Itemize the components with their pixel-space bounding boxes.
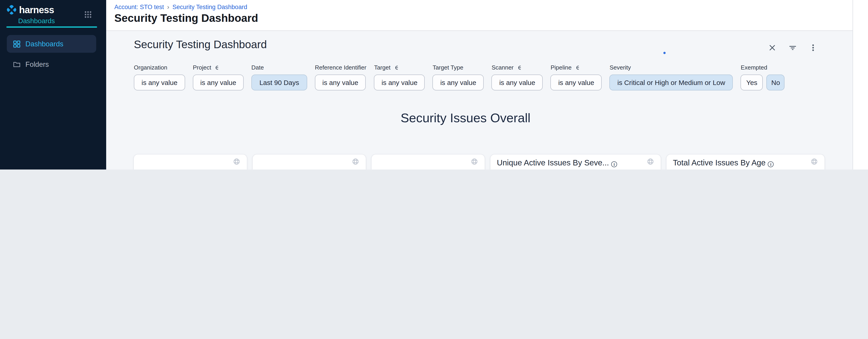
info-icon[interactable]: i [768, 161, 774, 167]
folder-icon [13, 61, 21, 68]
filter-value[interactable]: Last 90 Days [251, 75, 307, 90]
brand-wordmark: harness [19, 4, 54, 15]
page-title: Security Testing Dashboard [114, 12, 258, 25]
globe-icon[interactable] [471, 158, 478, 165]
filter-label: Target [374, 64, 425, 71]
dashboard-actions [768, 44, 817, 52]
filter-label: Pipeline [551, 64, 602, 71]
cards-row: 878 Unique Active Issuesi 25 Vulnerable … [133, 154, 825, 169]
card-total-active-issues[interactable]: 1,092 Total Active Issuesi [371, 154, 485, 169]
filter-value[interactable]: is any value [492, 75, 543, 90]
close-icon[interactable] [768, 44, 776, 52]
page-header: Account: STO test›Security Testing Dashb… [106, 0, 868, 31]
section-title: Security Issues Overall [106, 111, 825, 125]
harness-logo[interactable]: harness [6, 4, 54, 15]
filter-label: Scanner [492, 64, 543, 71]
globe-icon[interactable] [811, 158, 818, 165]
filter-pipeline: Pipelineis any value [551, 64, 602, 90]
filter-label: Project [193, 64, 244, 71]
filter-label: Exempted [741, 64, 785, 71]
globe-icon[interactable] [233, 158, 240, 165]
harness-logo-icon [6, 4, 17, 15]
cursor-dot [663, 52, 665, 54]
dashboard-title: Security Testing Dashboard [134, 38, 267, 51]
sidebar-divider [6, 26, 97, 28]
filter-label: Organization [134, 64, 185, 71]
exempted-yes-button[interactable]: Yes [741, 75, 763, 90]
sidebar-item-label: Folders [25, 60, 49, 68]
card-unique-active-issues[interactable]: 878 Unique Active Issuesi [133, 154, 247, 169]
dashboards-icon [13, 40, 21, 48]
filter-bar: Organizationis any valueProjectis any va… [134, 64, 793, 90]
breadcrumb-separator: › [167, 3, 169, 10]
breadcrumb-account-link[interactable]: Account: STO test [114, 4, 164, 10]
filter-scanner: Scanneris any value [492, 64, 543, 90]
breadcrumb: Account: STO test›Security Testing Dashb… [114, 3, 247, 10]
chart-title: Unique Active Issues By Seve...i [497, 158, 617, 168]
filter-label: Target Type [433, 64, 484, 71]
app-window: harness Dashboards Dashboards [0, 0, 868, 169]
filter-target-type: Target Typeis any value [433, 64, 484, 90]
filter-organization: Organizationis any value [134, 64, 185, 90]
globe-icon[interactable] [647, 158, 654, 165]
filter-value[interactable]: is any value [374, 75, 425, 90]
chart-title: Total Active Issues By Agei [673, 158, 774, 168]
filter-value[interactable]: is Critical or High or Medium or Low [610, 75, 733, 90]
filter-icon[interactable] [788, 44, 797, 52]
sidebar: harness Dashboards Dashboards [0, 0, 106, 169]
filter-value[interactable]: is any value [433, 75, 484, 90]
scrollbar-gutter[interactable] [852, 0, 868, 169]
filter-severity: Severityis Critical or High or Medium or… [610, 64, 733, 90]
module-switcher-icon[interactable] [84, 11, 92, 18]
filter-reference-identifier: Reference Identifieris any value [315, 64, 366, 90]
filter-label: Severity [610, 64, 733, 71]
breadcrumb-page-link[interactable]: Security Testing Dashboard [173, 4, 247, 10]
filter-value[interactable]: is any value [551, 75, 602, 90]
exempted-no-button[interactable]: No [767, 75, 785, 90]
card-issues-by-age-chart[interactable]: Total Active Issues By Agei greater than… [666, 154, 825, 169]
card-vulnerable-targets[interactable]: 25 Vulnerable Targetsi [252, 154, 366, 169]
filter-value[interactable]: is any value [134, 75, 185, 90]
card-issues-by-severity-chart[interactable]: Unique Active Issues By Seve...i High - … [490, 154, 661, 169]
sidebar-item-label: Dashboards [25, 40, 63, 48]
filter-label: Date [251, 64, 307, 71]
filter-project: Projectis any value [193, 64, 244, 90]
filter-exempted: ExemptedYesNo [741, 64, 785, 90]
filter-value[interactable]: is any value [315, 75, 366, 90]
filter-label: Reference Identifier [315, 64, 366, 71]
dashboard-panel: Security Testing Dashboard Organizationi… [106, 31, 852, 169]
kebab-menu-icon[interactable] [809, 44, 817, 52]
filter-date: DateLast 90 Days [251, 64, 307, 90]
filter-target: Targetis any value [374, 64, 425, 90]
sidebar-item-folders[interactable]: Folders [7, 55, 96, 73]
info-icon[interactable]: i [611, 161, 617, 167]
globe-icon[interactable] [352, 158, 359, 165]
sidebar-item-dashboards[interactable]: Dashboards [7, 35, 96, 53]
filter-value[interactable]: is any value [193, 75, 244, 90]
module-name: Dashboards [18, 17, 55, 25]
